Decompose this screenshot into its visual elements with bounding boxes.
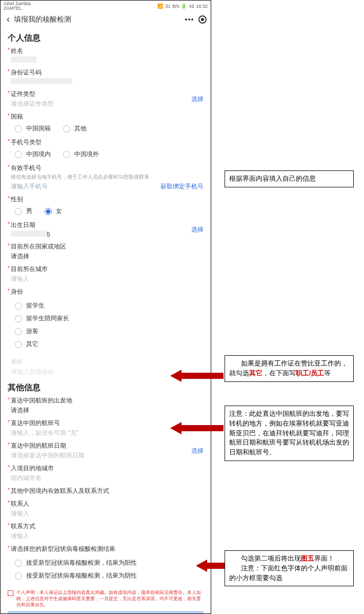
declaration-text: 个人声明：本人保证以上填报内容真实准确。如有虚假内容，愿承担相应法律责任。本人知…: [16, 589, 204, 608]
radio-phone-abroad[interactable]: 中国境外: [63, 150, 99, 159]
contact-way-input[interactable]: 请输入: [8, 532, 204, 541]
nav-bar: ‹ 填报我的核酸检测: [1, 12, 211, 28]
arrow-3: [170, 422, 224, 434]
radio-student[interactable]: 留学生: [15, 301, 201, 310]
arrow-4: [196, 560, 225, 572]
phone-input[interactable]: 请输入手机号: [8, 182, 48, 191]
radio-result-neg[interactable]: 接受新型冠状病毒核酸检测，结果为阴性: [15, 571, 201, 580]
radio-male[interactable]: 男: [15, 207, 32, 216]
country-value[interactable]: 请选择: [8, 252, 204, 261]
arrow-2: [170, 370, 224, 382]
valid-phone-hint: 请优先选择当地手机号，便于工作人员在必要时与您取得联系: [8, 174, 204, 180]
dob-value[interactable]: 5: [8, 231, 50, 238]
radio-other[interactable]: 其它: [15, 340, 201, 349]
cert-type-label: 证件类型: [8, 90, 54, 99]
identity-sub-label: 身份: [8, 357, 204, 368]
contact-way-label: 联系方式: [8, 522, 204, 531]
result-label: 请选择您的新型冠状病毒核酸检测结果: [8, 545, 204, 553]
gender-label: 性别: [8, 195, 204, 204]
annotation-2: 如果是拥有工作证在赞比亚工作的，就勾选其它，在下面写职工/员工等: [225, 355, 354, 382]
id-value: [11, 78, 72, 84]
radio-nat-other[interactable]: 其他: [63, 124, 87, 133]
more-icon[interactable]: [185, 18, 193, 21]
cert-type-value[interactable]: 请选择证件类型: [8, 100, 54, 108]
time: 16:32: [196, 4, 208, 9]
annotation-4: 勾选第二项后将出现图五界面！ 注意：下面红色字体的个人声明前面的小方框需要勾选: [225, 550, 354, 586]
phone-type-label: 手机号类型: [8, 138, 204, 147]
submit-button[interactable]: 提交: [8, 611, 204, 613]
depart-value[interactable]: 请选择: [8, 406, 204, 415]
city-label: 目前所在城市: [8, 265, 204, 274]
battery: 42: [189, 4, 194, 9]
identity-label: 身份: [8, 287, 204, 296]
radio-female[interactable]: 女: [45, 207, 62, 216]
form-content[interactable]: 个人信息 姓名 身份证号码 证件类型 请选择证件类型 选择 国: [1, 28, 211, 613]
name-label: 姓名: [8, 47, 204, 55]
country-label: 目前所在国家或地区: [8, 242, 204, 251]
valid-phone-label: 有效手机号: [8, 164, 204, 172]
contact-person-label: 联系人: [8, 500, 204, 508]
radio-tourist[interactable]: 游客: [15, 327, 201, 336]
back-icon[interactable]: ‹: [5, 14, 12, 25]
contact-person-input[interactable]: 请输入: [8, 509, 204, 518]
dob-label: 出生日期: [8, 221, 50, 229]
status-bar: Airtel Zambia ZAMTEL 📶 31 B/s 🔋 42 16:32: [1, 1, 211, 12]
cert-select-link[interactable]: 选择: [191, 95, 204, 104]
section-other: 其他信息: [8, 382, 204, 393]
nationality-label: 国籍: [8, 112, 204, 121]
annotation-pane: 根据界面内容填入自己的信息 如果是拥有工作证在赞比亚工作的，就勾选其它，在下面写…: [211, 0, 364, 614]
section-personal: 个人信息: [8, 33, 204, 44]
radio-nat-cn[interactable]: 中国国籍: [15, 124, 51, 133]
id-label: 身份证号码: [8, 68, 204, 77]
annotation-3: 注意：此处直达中国航班的出发地，要写转机的地方，例如在埃塞转机就要写亚迪斯亚贝巴…: [225, 406, 354, 461]
depart-label: 直达中国航班的出发地: [8, 396, 204, 405]
name-value: [11, 56, 36, 63]
radio-phone-cn[interactable]: 中国境内: [15, 150, 51, 159]
phone-frame: Airtel Zambia ZAMTEL 📶 31 B/s 🔋 42 16:32…: [0, 0, 211, 614]
annotation-1: 根据界面内容填入自己的信息: [225, 170, 354, 187]
page-title: 填报我的核酸检测: [14, 15, 185, 24]
declaration-row: 个人声明：本人保证以上填报内容真实准确。如有虚假内容，愿承担相应法律责任。本人知…: [8, 589, 204, 608]
carrier-2: ZAMTEL: [4, 6, 31, 11]
get-bound-link[interactable]: 获取绑定手机号: [160, 182, 204, 191]
radio-parent[interactable]: 留学生陪同家长: [15, 314, 201, 323]
radio-result-pos[interactable]: 接受新型冠状病毒核酸检测，结果为阳性: [15, 559, 201, 567]
dob-select-link[interactable]: 选择: [191, 225, 204, 234]
city-input[interactable]: 请输入: [8, 275, 204, 283]
dest-city-label: 入境目的地城市: [8, 464, 204, 473]
flight-date-input[interactable]: 请选择直达中国的航班日期: [8, 451, 85, 460]
signal: 31: [165, 4, 170, 9]
declaration-checkbox[interactable]: [8, 590, 13, 596]
flight-date-label: 直达中国的航班日期: [8, 442, 85, 450]
target-icon[interactable]: [198, 15, 207, 24]
contact-label: 其他中国境内有效联系人及联系方式: [8, 487, 204, 495]
flight-date-select[interactable]: 选择: [191, 447, 204, 455]
speed: B/s: [172, 4, 179, 9]
dest-city-input[interactable]: 国内城市名: [8, 474, 204, 483]
